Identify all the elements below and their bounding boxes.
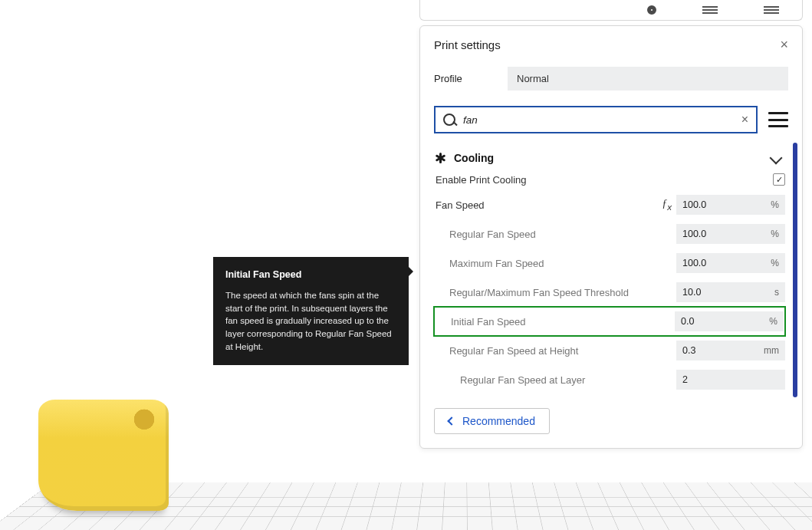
setting-label: Enable Print Cooling: [436, 174, 773, 186]
profile-label: Profile: [434, 73, 508, 84]
search-input[interactable]: [463, 114, 740, 126]
setting-regular-fan-speed-layer: Regular Fan Speed at Layer 2: [434, 365, 785, 394]
tooltip-body: The speed at which the fans spin at the …: [225, 289, 396, 353]
maximum-fan-speed-input[interactable]: 100.0 %: [676, 253, 785, 273]
value: 0.0: [681, 316, 769, 327]
panel-header: Print settings ×: [420, 26, 802, 62]
scrollbar[interactable]: [793, 143, 797, 397]
setting-label: Regular/Maximum Fan Speed Threshold: [436, 287, 676, 298]
tooltip-title: Initial Fan Speed: [225, 268, 396, 281]
profile-dropdown[interactable]: Normal: [508, 67, 788, 91]
value: 0.3: [682, 345, 764, 356]
unit: %: [771, 258, 779, 268]
toolbar-icon[interactable]: [702, 6, 718, 14]
recommended-row: Recommended: [420, 397, 802, 434]
clear-search-icon[interactable]: ×: [740, 113, 750, 127]
section-title: Cooling: [454, 152, 764, 164]
function-icon[interactable]: ƒx: [662, 198, 672, 212]
unit: %: [771, 199, 779, 210]
close-icon[interactable]: ×: [780, 37, 788, 53]
unit: %: [771, 229, 779, 239]
search-icon: [443, 114, 455, 126]
setting-label: Regular Fan Speed at Layer: [436, 374, 676, 386]
menu-icon[interactable]: [768, 112, 788, 127]
unit: mm: [764, 345, 779, 356]
setting-fan-speed: Fan Speed ƒx 100.0 %: [434, 190, 785, 219]
unit: s: [774, 287, 779, 298]
setting-label: Fan Speed: [436, 199, 662, 211]
panel-title: Print settings: [434, 38, 501, 51]
unit: %: [769, 316, 777, 327]
setting-regular-fan-speed-height: Regular Fan Speed at Height 0.3 mm: [434, 336, 785, 365]
search-row: ×: [420, 98, 802, 143]
regular-fan-speed-input[interactable]: 100.0 %: [676, 224, 785, 244]
value: 100.0: [682, 258, 771, 268]
setting-maximum-fan-speed: Maximum Fan Speed 100.0 %: [434, 249, 785, 278]
fan-speed-height-input[interactable]: 0.3 mm: [676, 341, 785, 360]
value: 100.0: [682, 229, 771, 239]
profile-row: Profile Normal: [420, 62, 802, 98]
initial-fan-speed-input[interactable]: 0.0 %: [675, 311, 784, 331]
fan-icon: [434, 152, 446, 164]
section-cooling[interactable]: Cooling: [434, 146, 785, 169]
print-settings-panel: Print settings × Profile Normal × Coolin…: [419, 25, 803, 449]
toolbar-icon[interactable]: [647, 5, 656, 15]
model-object[interactable]: [38, 400, 169, 511]
setting-label: Regular Fan Speed: [436, 229, 676, 240]
setting-label: Maximum Fan Speed: [436, 258, 676, 269]
toolbar-icon[interactable]: [764, 6, 779, 14]
value: 100.0: [682, 199, 771, 210]
enable-cooling-checkbox[interactable]: [773, 173, 785, 186]
toolbar-stub: [419, 0, 803, 21]
search-input-wrap: ×: [434, 106, 758, 133]
setting-label: Initial Fan Speed: [437, 316, 675, 328]
value: 10.0: [682, 287, 774, 298]
setting-regular-fan-speed: Regular Fan Speed 100.0 %: [434, 219, 785, 249]
setting-initial-fan-speed: Initial Fan Speed 0.0 %: [434, 307, 785, 336]
setting-label: Regular Fan Speed at Height: [436, 345, 676, 357]
recommended-button[interactable]: Recommended: [434, 408, 550, 434]
chevron-left-icon: [447, 416, 455, 425]
settings-scroll: Cooling Enable Print Cooling Fan Speed ƒ…: [420, 143, 802, 397]
chevron-down-icon: [770, 152, 783, 165]
fan-speed-input[interactable]: 100.0 %: [676, 195, 785, 215]
setting-enable-print-cooling: Enable Print Cooling: [434, 169, 785, 190]
fan-speed-layer-input[interactable]: 2: [676, 370, 785, 390]
value: 2: [682, 374, 779, 385]
tooltip: Initial Fan Speed The speed at which the…: [213, 257, 409, 365]
setting-fan-speed-threshold: Regular/Maximum Fan Speed Threshold 10.0…: [434, 278, 785, 307]
recommended-label: Recommended: [462, 415, 535, 427]
fan-speed-threshold-input[interactable]: 10.0 s: [676, 282, 785, 302]
